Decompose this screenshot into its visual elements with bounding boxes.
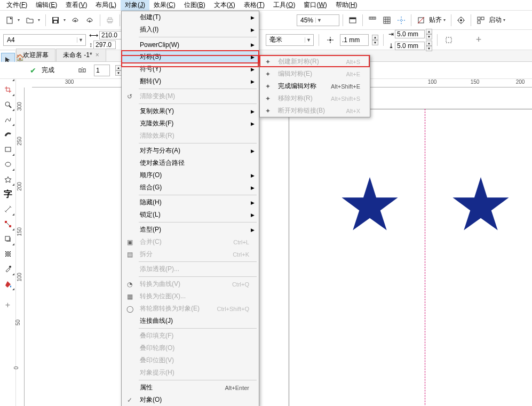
show-grid-button[interactable]	[380, 14, 393, 27]
height-icon: ↕	[89, 41, 92, 49]
menu-item[interactable]: 属性Alt+Enter	[122, 381, 259, 394]
fullscreen-button[interactable]	[346, 14, 359, 27]
menu-item[interactable]: 连接曲线(J)	[122, 315, 259, 327]
new-button[interactable]	[3, 14, 16, 27]
polygon-tool[interactable]	[1, 172, 15, 186]
show-rulers-button[interactable]	[366, 14, 379, 27]
nudge-up[interactable]: ▲	[372, 35, 378, 40]
menu-text[interactable]: 文本(X)	[210, 0, 240, 11]
show-guides-button[interactable]	[395, 14, 408, 27]
menu-item[interactable]: 使对象适合路径	[122, 157, 259, 169]
menu-help[interactable]: 帮助(H)	[331, 0, 362, 11]
menu-item[interactable]: 锁定(L)▶	[122, 209, 259, 221]
options-button[interactable]	[455, 14, 467, 27]
parallel-dim-tool[interactable]	[1, 202, 15, 216]
menubar: 文件(F) 编辑(E) 查看(V) 布局(L) 对象(J) 效果(C) 位图(B…	[0, 0, 532, 11]
menu-item[interactable]: 复制效果(Y)▶	[122, 105, 259, 117]
menu-item[interactable]: 插入(I)▶	[122, 23, 259, 36]
menu-item[interactable]: 造型(P)▶	[122, 224, 259, 236]
connector-tool[interactable]	[1, 217, 15, 231]
object-menu-dropdown: 创建(T)▶插入(I)▶PowerClip(W)▶对称(S)▶符号(Y)▶翻转(…	[121, 11, 259, 406]
print-button[interactable]	[104, 14, 116, 27]
snap-label[interactable]: 贴齐	[429, 15, 442, 25]
add-button[interactable]: +	[472, 34, 485, 46]
open-dropdown[interactable]: ▾	[38, 18, 42, 22]
submenu-item: ✦断开对称链接(B)Alt+X	[260, 105, 370, 117]
menu-bitmap[interactable]: 位图(B)	[180, 0, 210, 11]
nudge-down[interactable]: ▼	[372, 40, 378, 45]
freehand-tool[interactable]	[1, 113, 15, 126]
zoom-combo[interactable]: 45%▼	[297, 14, 339, 26]
svg-rect-30	[478, 17, 480, 20]
tab-document[interactable]: 未命名 -1*×	[56, 49, 106, 61]
star-left[interactable]	[340, 177, 399, 233]
menu-item[interactable]: 对称(S)▶	[122, 51, 259, 63]
drop-shadow-tool[interactable]	[1, 232, 15, 246]
menu-item[interactable]: 组合(G)▶	[122, 181, 259, 194]
menu-tools[interactable]: 工具(O)	[269, 0, 299, 11]
ellipse-tool[interactable]	[1, 157, 15, 171]
svg-line-23	[418, 17, 424, 23]
treat-as-filled-button[interactable]	[442, 34, 455, 46]
star-right[interactable]	[451, 177, 510, 233]
zoom-tool[interactable]	[1, 98, 15, 112]
symmetry-line	[425, 109, 425, 406]
rectangle-tool[interactable]	[1, 142, 15, 156]
open-button[interactable]	[23, 14, 36, 27]
menu-item[interactable]: 符号(Y)▶	[122, 63, 259, 75]
dup-x-input[interactable]: 5.0 mm	[395, 30, 425, 38]
crop-tool[interactable]	[1, 83, 15, 97]
menu-file[interactable]: 文件(F)	[2, 0, 31, 11]
transparency-tool[interactable]	[1, 247, 15, 261]
menu-table[interactable]: 表格(T)	[240, 0, 269, 11]
menu-item[interactable]: ✓对象(O)	[122, 394, 259, 406]
menu-edit[interactable]: 编辑(E)	[31, 0, 61, 11]
submenu-item[interactable]: ✦完成编辑对称Alt+Shift+E	[260, 80, 370, 92]
standard-toolbar: ▾ ▾ ▾ 45%▼ 贴齐▾ 启动▾	[0, 11, 532, 30]
page-height-input[interactable]: 297.0	[93, 41, 116, 49]
save-dropdown[interactable]: ▾	[63, 18, 68, 22]
svg-line-38	[9, 106, 11, 108]
pagesize-combo[interactable]: A4▼	[3, 34, 86, 46]
save-button[interactable]	[49, 14, 62, 27]
cloud-up-button[interactable]	[69, 14, 82, 27]
menu-item[interactable]: 翻转(V)▶	[122, 75, 259, 87]
page-width-input[interactable]: 210.0	[99, 31, 122, 39]
menu-object[interactable]: 对象(J)	[121, 0, 149, 11]
canvas[interactable]	[25, 87, 532, 406]
menu-item[interactable]: 顺序(O)▶	[122, 169, 259, 181]
snap-off-button[interactable]	[415, 14, 427, 27]
menu-item: 添加透视(P)...	[122, 263, 259, 275]
cloud-down-button[interactable]	[84, 14, 97, 27]
menu-window[interactable]: 窗口(W)	[299, 0, 331, 11]
width-icon: ⟷	[89, 31, 98, 39]
dup-y-icon: ⤓	[388, 42, 394, 50]
fill-tool[interactable]	[1, 277, 15, 291]
artistic-media-tool[interactable]	[1, 128, 15, 141]
menu-item: 清除效果(R)	[122, 130, 259, 142]
dup-y-input[interactable]: 5.0 mm	[395, 42, 425, 50]
new-dropdown[interactable]: ▾	[18, 18, 22, 22]
menu-item[interactable]: 隐藏(H)▶	[122, 196, 259, 209]
svg-rect-31	[481, 17, 484, 20]
tab-close-icon[interactable]: ×	[96, 51, 99, 59]
menu-effects[interactable]: 效果(C)	[149, 0, 180, 11]
menu-item[interactable]: 对齐与分布(A)▶	[122, 145, 259, 157]
add-tool-button[interactable]: +	[1, 298, 15, 312]
launch-label[interactable]: 启动	[489, 15, 502, 25]
vertical-ruler[interactable]: 300 250 200 150 100 50 0	[16, 87, 25, 406]
nudge-input[interactable]: .1 mm	[340, 34, 369, 46]
menu-item[interactable]: PowerClip(W)▶	[122, 38, 259, 51]
home-icon[interactable]: 🏠	[16, 54, 24, 61]
units-combo[interactable]: 毫米▼	[266, 34, 314, 46]
done-label[interactable]: 完成	[42, 66, 54, 75]
app-launcher-icon[interactable]	[474, 14, 487, 27]
menu-view[interactable]: 查看(V)	[61, 0, 91, 11]
menu-item[interactable]: 克隆效果(F)▶	[122, 117, 259, 130]
text-tool[interactable]: 字	[1, 187, 15, 201]
eyedropper-tool[interactable]	[1, 262, 15, 276]
menu-layout[interactable]: 布局(L)	[91, 0, 121, 11]
copies-input[interactable]: 1	[94, 65, 110, 76]
svg-line-46	[7, 223, 9, 225]
menu-item[interactable]: 创建(T)▶	[122, 11, 259, 23]
